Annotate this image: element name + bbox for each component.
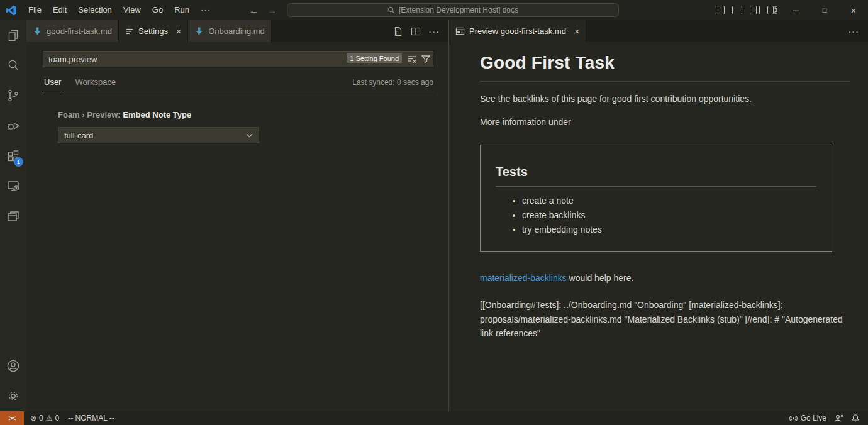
- clear-search-results-icon[interactable]: [407, 54, 417, 64]
- setting-item-embed-note-type: Foam › Preview: Embed Note Type full-car…: [58, 110, 433, 143]
- tab-label: good-first-task.md: [47, 26, 112, 36]
- forward-arrow-icon[interactable]: →: [267, 5, 277, 16]
- settings-editor: 1 Setting Found User Workspace Last sync…: [26, 42, 448, 411]
- setting-label: Foam › Preview: Embed Note Type: [58, 110, 433, 119]
- list-item: create backlinks: [522, 211, 816, 220]
- svg-text:{}: {}: [396, 30, 399, 35]
- vim-mode-indicator: -- NORMAL --: [68, 414, 114, 422]
- editor-actions-right: ···: [848, 20, 868, 42]
- source-control-icon[interactable]: [0, 80, 26, 111]
- markdown-preview-icon: [455, 26, 465, 36]
- vscode-logo-icon: [6, 5, 16, 16]
- filter-settings-icon[interactable]: [421, 54, 431, 64]
- editor-group-right: Preview good-first-task.md × ··· Good Fi…: [449, 20, 868, 411]
- tabbar-left: good-first-task.md Settings × Onboarding…: [26, 20, 448, 42]
- remote-indicator[interactable]: ><: [0, 411, 24, 425]
- setting-label-prefix: Foam › Preview:: [58, 110, 123, 119]
- menu-edit[interactable]: Edit: [47, 0, 72, 20]
- feedback-person-icon[interactable]: [834, 414, 843, 422]
- notifications-bell-icon[interactable]: [851, 414, 860, 422]
- editor-actions-left: {} ···: [392, 20, 448, 42]
- last-synced-label: Last synced: 0 secs ago: [352, 78, 433, 91]
- run-debug-icon[interactable]: [0, 111, 26, 141]
- back-arrow-icon[interactable]: ←: [249, 5, 259, 16]
- preview-paragraph: See the backlinks of this page for good …: [480, 92, 850, 105]
- select-value: full-card: [64, 131, 93, 140]
- remote-explorer-icon[interactable]: [0, 171, 26, 201]
- markdown-file-icon: [194, 26, 204, 36]
- embedded-note-list: create a note create backlinks try embed…: [496, 196, 816, 235]
- minimize-button[interactable]: ─: [781, 0, 810, 20]
- scope-tab-workspace[interactable]: Workspace: [74, 77, 117, 91]
- title-bar: File Edit Selection View Go Run ··· ← → …: [0, 0, 868, 20]
- command-center-text: [Extension Development Host] docs: [399, 6, 518, 14]
- problems-status[interactable]: ⊗ 0 ⚠ 0: [30, 414, 59, 422]
- tab-preview-good-first-task[interactable]: Preview good-first-task.md ×: [449, 20, 586, 42]
- close-window-button[interactable]: ×: [839, 0, 868, 20]
- open-settings-json-icon[interactable]: {}: [392, 26, 403, 36]
- menu-selection[interactable]: Selection: [72, 0, 117, 20]
- history-nav: ← →: [249, 0, 277, 20]
- close-tab-icon[interactable]: ×: [176, 26, 181, 36]
- tab-good-first-task[interactable]: good-first-task.md: [26, 20, 119, 42]
- maximize-button[interactable]: □: [810, 0, 839, 20]
- search-sidebar-icon[interactable]: [0, 50, 26, 80]
- embedded-note-title: Tests: [496, 165, 816, 187]
- more-actions-icon[interactable]: ···: [428, 26, 440, 36]
- tab-label: Settings: [138, 26, 168, 36]
- editor-group-left: good-first-task.md Settings × Onboarding…: [26, 20, 449, 411]
- go-live-label: Go Live: [801, 414, 826, 422]
- search-icon: [387, 6, 395, 14]
- preview-title: Good First Task: [480, 53, 850, 82]
- error-count: 0: [39, 414, 43, 422]
- activity-bar: 1: [0, 20, 26, 411]
- more-actions-icon[interactable]: ···: [848, 26, 859, 36]
- menu-run[interactable]: Run: [169, 0, 195, 20]
- embedded-note-card: Tests create a note create backlinks try…: [480, 145, 832, 252]
- windows-stack-icon[interactable]: [0, 201, 26, 231]
- settings-list-icon: [125, 27, 134, 36]
- markdown-file-icon: [33, 26, 42, 36]
- toggle-sidebar-icon[interactable]: [711, 0, 728, 20]
- preview-paragraph: More information under: [480, 116, 850, 128]
- materialized-backlinks-link[interactable]: materialized-backlinks: [480, 273, 567, 283]
- tab-label: Onboarding.md: [208, 26, 265, 36]
- tab-settings[interactable]: Settings ×: [119, 20, 188, 42]
- status-bar-right: Go Live: [789, 414, 868, 422]
- tabbar-right: Preview good-first-task.md × ···: [449, 20, 868, 42]
- toggle-panel-icon[interactable]: [728, 0, 746, 20]
- warning-count: 0: [55, 414, 60, 422]
- markdown-preview-pane: Good First Task See the backlinks of thi…: [449, 42, 868, 411]
- close-tab-icon[interactable]: ×: [574, 26, 579, 36]
- settings-gear-icon[interactable]: [0, 381, 26, 411]
- embed-note-type-select[interactable]: full-card: [58, 127, 259, 143]
- settings-result-count: 1 Setting Found: [347, 53, 402, 63]
- menu-file[interactable]: File: [23, 0, 47, 20]
- extensions-icon[interactable]: 1: [0, 141, 26, 171]
- link-references-text: [[Onboarding#Tests]: ../Onboarding.md "O…: [480, 298, 850, 341]
- tab-onboarding[interactable]: Onboarding.md: [188, 20, 272, 42]
- tab-label: Preview good-first-task.md: [469, 26, 566, 36]
- list-item: try embedding notes: [522, 225, 816, 235]
- accounts-icon[interactable]: [0, 351, 26, 381]
- customize-layout-icon[interactable]: [764, 0, 781, 20]
- command-center[interactable]: [Extension Development Host] docs: [287, 3, 619, 17]
- settings-scope-tabs: User Workspace Last synced: 0 secs ago: [43, 77, 433, 91]
- list-item: create a note: [522, 196, 816, 206]
- link-suffix-text: would help here.: [567, 273, 634, 283]
- preview-paragraph: materialized-backlinks would help here.: [480, 272, 850, 284]
- explorer-icon[interactable]: [0, 20, 26, 50]
- scope-tab-user[interactable]: User: [43, 77, 62, 91]
- split-editor-icon[interactable]: [411, 26, 421, 36]
- menu-bar: File Edit Selection View Go Run ···: [23, 0, 216, 20]
- menu-view[interactable]: View: [118, 0, 147, 20]
- setting-label-name: Embed Note Type: [123, 110, 191, 119]
- toggle-secondary-sidebar-icon[interactable]: [746, 0, 764, 20]
- menu-overflow[interactable]: ···: [195, 0, 216, 20]
- status-bar: >< ⊗ 0 ⚠ 0 -- NORMAL -- Go Live: [0, 411, 868, 425]
- go-live-button[interactable]: Go Live: [789, 414, 826, 422]
- menu-go[interactable]: Go: [147, 0, 169, 20]
- broadcast-icon: [789, 414, 798, 422]
- extensions-badge: 1: [14, 157, 23, 167]
- window-controls: ─ □ ×: [711, 0, 868, 20]
